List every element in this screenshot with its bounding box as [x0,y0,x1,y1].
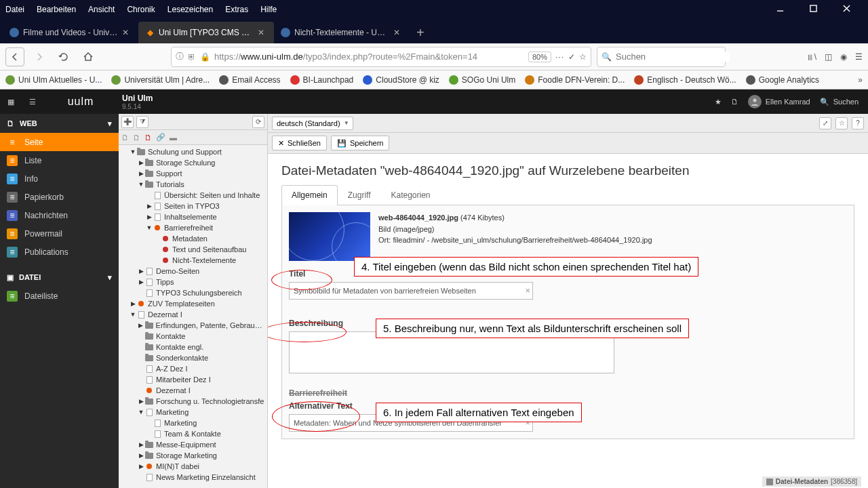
tree-caret[interactable]: ▼ [130,148,136,155]
account-icon[interactable]: ◉ [840,52,847,62]
module-grid-icon[interactable]: ▦ [0,89,22,114]
sidebar-icon[interactable]: ◫ [825,52,832,62]
module-item[interactable]: ≡Papierkorb [0,188,119,206]
tree-node[interactable]: ▶Erfindungen, Patente, Gebrauchs [119,320,267,331]
shield-icon[interactable]: ⛨ [188,52,196,62]
bookmark-item[interactable]: SOGo Uni Ulm [449,75,515,85]
cache-icon[interactable]: 🗋 [731,98,738,106]
tree-caret[interactable]: ▶ [146,214,153,220]
browser-tab[interactable]: Nicht-Textelemente - Universi ✕ [274,22,410,43]
filter-icon[interactable]: ⧩ [136,116,149,128]
tree-node[interactable]: ▶Storage Schulung [119,157,267,168]
tree-caret[interactable]: ▼ [138,181,144,188]
shield2-icon[interactable]: ✓ [568,52,575,62]
tree-node[interactable]: ▼Schulung und Support [119,146,267,157]
refresh-icon[interactable]: ⟳ [252,116,264,128]
tree-node[interactable]: Sonderkontakte [119,352,267,363]
link-icon[interactable]: 🔗 [156,133,165,142]
url-bar[interactable]: ⓘ ⛨ 🔒 https://www.uni-ulm.de/typo3/index… [171,47,591,67]
tree-node[interactable]: News Marketing Einzelansicht [119,472,267,483]
tree-node[interactable]: ▶Tipps [119,277,267,287]
module-item[interactable]: ≡Seite [0,133,119,151]
tab-close-icon[interactable]: ✕ [393,28,403,37]
tree-node[interactable]: ▶Inhaltselemente [119,211,267,222]
tree-node[interactable]: ▶ZUV Templateseiten [119,298,267,309]
more-icon[interactable]: ··· [555,52,564,62]
browser-tab[interactable]: Filme und Videos - Universität ✕ [3,22,138,43]
tree-caret[interactable]: ▼ [146,224,153,231]
tree-node[interactable]: Metadaten [119,233,267,244]
bookmark-item[interactable]: Universität Ulm | Adre... [111,75,210,85]
tree-node[interactable]: Kontakte [119,331,267,342]
module-item[interactable]: ≡Powermail [0,224,119,243]
bookmark-item[interactable]: Foodle DFN-Verein: D... [525,75,625,85]
tree-node[interactable]: Text und Seitenaufbau [119,244,267,255]
titel-input[interactable] [289,282,533,300]
tree-node[interactable]: ▶Seiten in TYPO3 [119,201,267,211]
menu-extras[interactable]: Extras [225,5,248,14]
tree-caret[interactable]: ▶ [146,203,153,209]
back-button[interactable] [5,47,24,66]
library-icon[interactable]: ⫼\ [806,52,816,62]
section-web[interactable]: 🗋 WEB ▾ [0,114,119,133]
menu-bookmarks[interactable]: Lesezeichen [167,5,213,14]
tree-node[interactable]: Team & Kontakte [119,428,267,439]
tree-caret[interactable]: ▶ [138,268,144,274]
tree-caret[interactable]: ▶ [138,441,144,448]
folder-icon[interactable]: ▬ [170,134,177,142]
new-page-icon[interactable]: ➕ [121,116,134,128]
tab-close-icon[interactable]: ✕ [122,28,132,37]
save-button[interactable]: 💾 Speichern [331,136,390,150]
tree-node[interactable]: Nicht-Textelemente [119,255,267,266]
page-tree[interactable]: ▼Schulung und Support▶Storage Schulung▶S… [119,145,267,488]
close-button[interactable]: ✕ Schließen [272,136,327,150]
language-select[interactable]: deutsch (Standard) [272,117,353,130]
tree-caret[interactable]: ▶ [138,452,144,459]
window-maximize-icon[interactable] [810,5,817,14]
tree-node[interactable]: A-Z Dez I [119,363,267,374]
tree-node[interactable]: ▼Dezernat I [119,309,267,320]
module-list-icon[interactable]: ☰ [22,89,43,114]
doc-stop-icon[interactable]: 🗋 [144,134,152,142]
bookmark-star-icon[interactable]: ★ [715,98,722,106]
bookmark-item[interactable]: Google Analytics [746,75,819,85]
tab-allgemein[interactable]: Allgemein [281,185,338,205]
bookmark-item[interactable]: Englisch - Deutsch Wö... [634,75,736,85]
bookmark-item[interactable]: Uni Ulm Aktuelles - U... [5,75,102,85]
menu-edit[interactable]: Bearbeiten [37,5,76,14]
tree-node[interactable]: ▶Storage Marketing [119,450,267,461]
module-item[interactable]: ≡Dateiliste [0,287,119,305]
tree-node[interactable]: ▼Barrierefreiheit [119,222,267,233]
search-input[interactable] [616,52,730,62]
section-file[interactable]: ▣ DATEI ▾ [0,268,119,287]
tree-node[interactable]: ▶Demo-Seiten [119,266,267,277]
tree-caret[interactable]: ▶ [138,279,144,285]
bookmark-item[interactable]: Email Access [219,75,280,85]
module-item[interactable]: ≡Liste [0,151,119,169]
menu-view[interactable]: Ansicht [88,5,115,14]
tab-close-icon[interactable]: ✕ [258,28,267,37]
new-tab-button[interactable]: + [410,22,431,43]
tree-node[interactable]: Marketing [119,418,267,428]
tree-node[interactable]: ▼Marketing [119,407,267,418]
tree-caret[interactable]: ▼ [138,409,144,415]
bookmark-item[interactable]: CloudStore @ kiz [363,75,439,85]
bookmark-item[interactable]: BI-Launchpad [290,75,354,85]
tab-zugriff[interactable]: Zugriff [338,185,381,205]
tree-caret[interactable]: ▼ [130,311,136,318]
tree-caret[interactable]: ▶ [138,463,144,470]
tab-kategorien[interactable]: Kategorien [381,185,441,205]
tree-node[interactable]: ▶Messe-Equipment [119,439,267,450]
hamburger-icon[interactable]: ☰ [855,52,863,62]
open-new-icon[interactable]: ⤢ [819,117,831,129]
search-bar[interactable]: 🔍 [597,47,726,67]
browser-tab-active[interactable]: ◆ Uni Ulm [TYPO3 CMS 9.5.14] ✕ [138,22,274,43]
tree-node[interactable]: ▶Support [119,168,267,179]
tree-node[interactable]: TYPO3 Schulungsbereich [119,287,267,298]
bookmark-icon[interactable]: ☆ [835,117,848,129]
tree-caret[interactable]: ▶ [138,159,144,166]
tree-node[interactable]: Mitarbeiter Dez I [119,374,267,385]
tree-node[interactable]: Kontakte engl. [119,342,267,352]
topbar-search[interactable]: 🔍 Suchen [820,98,859,106]
clear-icon[interactable]: × [525,285,530,296]
